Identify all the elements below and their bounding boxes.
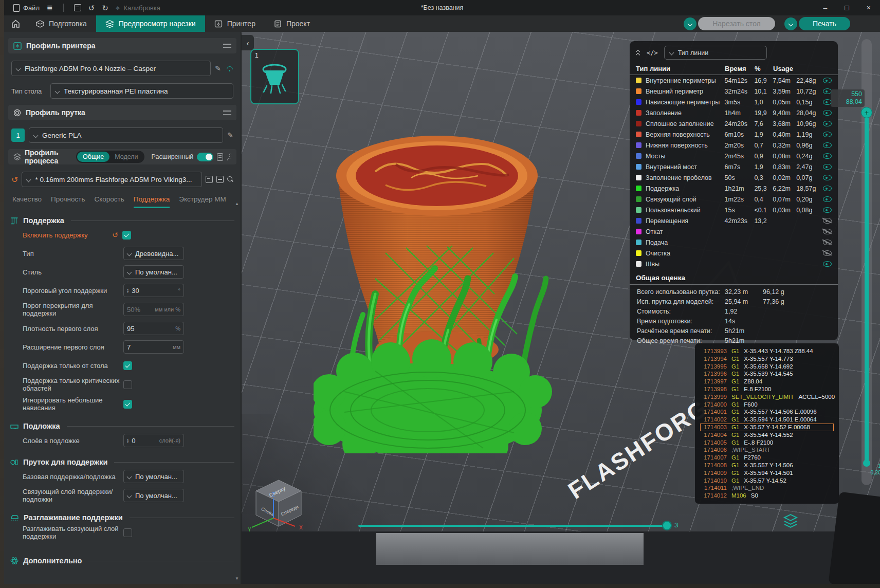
interface-filament-select[interactable]: По умолчан... [123,489,184,502]
raft-layers-spinner[interactable]: ▴▾0слой(-я) [123,434,184,447]
tab-project[interactable]: Проект [265,15,319,32]
tab-quality[interactable]: Качество [12,195,42,208]
support-on-buildplate-checkbox[interactable] [123,361,132,370]
tab-extruder-mm[interactable]: Экструдер MM [179,195,226,208]
print-options-dropdown[interactable] [784,17,797,30]
threshold-angle-spinner[interactable]: ▴▾30° [123,284,184,297]
nav-cube[interactable]: Сверху Слева Спереди Z X Y [247,473,314,540]
tab-slice-preview[interactable]: Предпросмотр нарезки [96,15,205,32]
gcode-line[interactable]: 1714010G1X-35.57 Y-14.52 [700,477,834,485]
redo-button[interactable]: ↻ [102,4,108,12]
save-preset-icon[interactable] [206,176,213,183]
layers-view-icon[interactable] [782,513,799,528]
tab-strength[interactable]: Прочность [51,195,85,208]
sidebar-collapse-handle[interactable]: ‹ [242,35,254,50]
first-layer-density-input[interactable]: 95% [123,322,184,335]
slice-options-dropdown[interactable] [684,17,696,30]
visibility-eye-icon[interactable] [823,164,832,170]
slice-plate-button[interactable]: Нарезать стол [698,17,775,30]
gcode-line[interactable]: 1713995G1X-35.658 Y-14.692 [700,363,834,371]
gcode-line[interactable]: 1714006;WIPE_START [700,446,834,454]
gcode-line[interactable]: 1714002G1X-35.594 Y-14.501 E.00064 [700,416,834,424]
gcode-line[interactable]: 1713994G1X-35.557 Y-14.773 [700,355,834,363]
file-menu[interactable]: Файл [13,4,40,12]
print-button[interactable]: Печать [799,17,850,30]
account-icon[interactable] [227,154,231,160]
scope-global-option[interactable]: Общие [77,152,109,162]
visibility-eye-icon[interactable] [823,142,832,148]
visibility-eye-off-icon[interactable] [823,229,832,234]
visibility-eye-icon[interactable] [823,207,832,213]
gcode-line[interactable]: 1713997G1Z88.04 [700,378,834,385]
home-button[interactable] [4,15,27,32]
collapse-panel-icon[interactable] [636,50,640,56]
calibration-button[interactable]: ⌖Калибровка [116,4,160,12]
move-slider-track[interactable] [358,525,667,527]
move-slider-handle[interactable] [662,521,672,530]
overlap-threshold-input[interactable]: 50%мм или % [123,303,184,316]
visibility-eye-icon[interactable] [823,110,832,116]
close-button[interactable]: × [867,4,871,12]
gcode-line[interactable]: 1714004G1X-35.544 Y-14.552 [700,431,834,439]
visibility-eye-off-icon[interactable] [823,218,832,224]
layer-slider-top-handle[interactable]: + [861,107,872,118]
support-type-select[interactable]: Древовидна... [123,247,184,260]
edit-filament-icon[interactable]: ✎ [227,131,233,139]
undo-button[interactable]: ↺ [88,4,95,12]
gcode-line[interactable]: 1714009G1X-35.594 Y-14.501 [700,469,834,477]
gcode-line[interactable]: 1714007G1F2760 [700,454,834,462]
visibility-eye-icon[interactable] [823,186,832,191]
gcode-line[interactable]: 1714012M106S0 [700,492,834,500]
gcode-line[interactable]: 1714001G1X-35.557 Y-14.506 E.00096 [700,408,834,416]
tab-speed[interactable]: Скорость [94,195,124,208]
remove-preset-icon[interactable] [216,176,224,183]
support-style-select[interactable]: По умолчан... [123,265,184,279]
visibility-eye-icon[interactable] [823,153,832,159]
gcode-line-highlighted[interactable]: 1714003G1X-35.57 Y-14.52 E.00068 [700,424,834,431]
save-button[interactable] [74,4,81,11]
visibility-eye-icon[interactable] [823,196,832,202]
scope-objects-option[interactable]: Модели [109,152,143,162]
tab-printer[interactable]: Принтер [205,15,265,32]
maximize-button[interactable]: □ [845,4,849,12]
process-preset-select[interactable]: * 0.16mm 200mms Flashforge AD5M Pro Viki… [22,172,202,187]
tab-prepare[interactable]: Подготовка [27,15,96,32]
visibility-eye-off-icon[interactable] [823,240,832,245]
gcode-line[interactable]: 1714000G1F600 [700,401,834,409]
filament-preset-select[interactable]: Generic PLA [29,127,223,143]
viewport-3d[interactable]: FLASHFORGE Warning hot surface [242,32,880,584]
spinner-arrows[interactable]: ▴▾ [127,438,129,443]
filament-slot-badge[interactable]: 1 [11,128,25,142]
reset-process-icon[interactable]: ↺ [11,175,18,185]
edit-printer-icon[interactable]: ✎ [215,64,221,72]
ignore-small-overhangs-checkbox[interactable] [123,400,132,409]
plate-thumbnail[interactable]: 1 [250,49,299,104]
base-support-filament-select[interactable]: По умолчан... [123,470,184,483]
gcode-line[interactable]: 1713999SET_VELOCITY_LIMITACCEL=5000 [700,393,834,401]
gcode-line[interactable]: 1714008G1X-35.557 Y-14.506 [700,462,834,469]
spinner-arrows[interactable]: ▴▾ [127,288,129,293]
gcode-line[interactable]: 1713993G1X-35.443 Y-14.783 Z88.44 [700,347,834,355]
sliced-model[interactable] [314,124,622,453]
filament-settings-icon[interactable] [223,109,231,116]
visibility-eye-icon[interactable] [823,261,832,267]
printer-settings-icon[interactable] [223,43,231,49]
scroll-up-arrow[interactable]: ▲ [235,201,239,206]
wifi-icon[interactable] [225,65,233,71]
gcode-line[interactable]: 1714011;WIPE_END [700,484,834,492]
layer-slider-range[interactable] [865,113,869,463]
enable-support-checkbox[interactable] [122,231,131,240]
reset-param-icon[interactable]: ↺ [112,231,118,239]
support-critical-only-checkbox[interactable] [123,380,132,389]
gcode-line[interactable]: 1713998G1E.8 F2100 [700,385,834,393]
advanced-toggle[interactable] [197,153,213,161]
printer-preset-select[interactable]: Flashforge AD5M Pro 0.4 Nozzle – Casper [11,61,211,76]
gcode-view-icon[interactable]: </> [647,49,658,57]
recent-list-icon[interactable]: ≣ [47,4,53,11]
param-table-icon[interactable] [217,153,223,161]
gcode-line[interactable]: 1713996G1X-35.539 Y-14.545 [700,370,834,378]
minimize-button[interactable]: – [823,4,828,12]
visibility-eye-icon[interactable] [823,78,832,83]
gcode-line[interactable]: 1714005G1E-.8 F2100 [700,439,834,447]
bed-type-select[interactable]: Текстурированная PEI пластина [50,83,233,99]
